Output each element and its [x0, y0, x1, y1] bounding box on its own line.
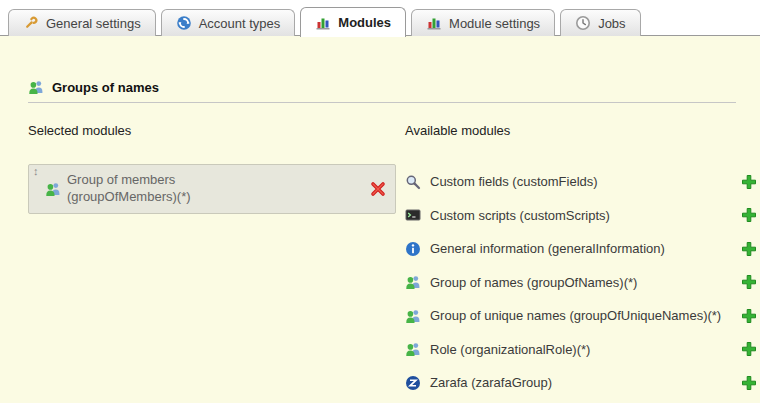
- module-settings-chart-icon: [426, 15, 442, 31]
- selected-modules-column: Selected modules ↕ Group of members (gro…: [28, 123, 398, 214]
- tab-label: Module settings: [449, 16, 540, 31]
- tab-label: Modules: [338, 15, 391, 30]
- tab-module-settings[interactable]: Module settings: [411, 9, 555, 36]
- clock-icon: [575, 15, 591, 31]
- available-modules-list: Custom fields (customFields) Custom scri…: [405, 165, 757, 400]
- tab-general-settings[interactable]: General settings: [8, 9, 156, 36]
- available-module-row: Zarafa (zarafaGroup): [405, 366, 757, 400]
- magnifier-icon: [405, 174, 421, 190]
- modules-panel: Groups of names Selected modules ↕ Group…: [0, 35, 760, 403]
- group-icon: [405, 274, 421, 290]
- tab-label: General settings: [46, 16, 141, 31]
- available-module-label: Zarafa (zarafaGroup): [430, 375, 732, 390]
- available-module-row: Group of names (groupOfNames)(*): [405, 266, 757, 300]
- available-module-row: General information (generalInformation): [405, 232, 757, 266]
- available-module-label: General information (generalInformation): [430, 241, 732, 256]
- green-plus-icon[interactable]: [741, 174, 757, 190]
- group-icon: [405, 308, 421, 324]
- section-header: Groups of names: [28, 79, 159, 95]
- green-plus-icon[interactable]: [741, 341, 757, 357]
- selected-module-item[interactable]: ↕ Group of members (groupOfMembers)(*): [28, 164, 396, 214]
- green-plus-icon[interactable]: [741, 375, 757, 391]
- available-module-row: Group of unique names (groupOfUniqueName…: [405, 299, 757, 333]
- available-modules-column: Available modules Custom fields (customF…: [405, 123, 757, 400]
- tab-label: Account types: [199, 16, 281, 31]
- group-icon: [28, 79, 44, 95]
- script-icon: [405, 207, 421, 223]
- account-types-icon: [176, 15, 192, 31]
- available-module-row: Custom fields (customFields): [405, 165, 757, 199]
- tab-label: Jobs: [598, 16, 625, 31]
- tab-jobs[interactable]: Jobs: [560, 9, 640, 36]
- up-down-arrow-icon[interactable]: ↕: [33, 166, 39, 177]
- page-title: Groups of names: [52, 80, 159, 95]
- selected-module-label: Group of members (groupOfMembers)(*): [67, 172, 267, 206]
- tab-bar: General settings Account types Modules: [8, 7, 641, 36]
- tab-account-types[interactable]: Account types: [161, 9, 296, 36]
- green-plus-icon[interactable]: [741, 308, 757, 324]
- group-icon: [45, 181, 61, 197]
- green-plus-icon[interactable]: [741, 274, 757, 290]
- red-x-icon[interactable]: [370, 181, 386, 197]
- wrench-icon: [23, 15, 39, 31]
- available-modules-heading: Available modules: [405, 123, 757, 138]
- available-module-label: Group of unique names (groupOfUniqueName…: [430, 308, 732, 323]
- available-module-label: Custom scripts (customScripts): [430, 208, 732, 223]
- group-icon: [405, 341, 421, 357]
- zarafa-icon: [405, 375, 421, 391]
- tab-modules[interactable]: Modules: [300, 7, 406, 37]
- green-plus-icon[interactable]: [741, 207, 757, 223]
- available-module-row: Role (organizationalRole)(*): [405, 333, 757, 367]
- modules-chart-icon: [315, 15, 331, 31]
- green-plus-icon[interactable]: [741, 241, 757, 257]
- available-module-label: Custom fields (customFields): [430, 174, 732, 189]
- divider: [28, 102, 736, 103]
- info-icon: [405, 241, 421, 257]
- available-module-label: Role (organizationalRole)(*): [430, 342, 732, 357]
- available-module-row: Custom scripts (customScripts): [405, 199, 757, 233]
- selected-modules-heading: Selected modules: [28, 123, 398, 138]
- available-module-label: Group of names (groupOfNames)(*): [430, 275, 732, 290]
